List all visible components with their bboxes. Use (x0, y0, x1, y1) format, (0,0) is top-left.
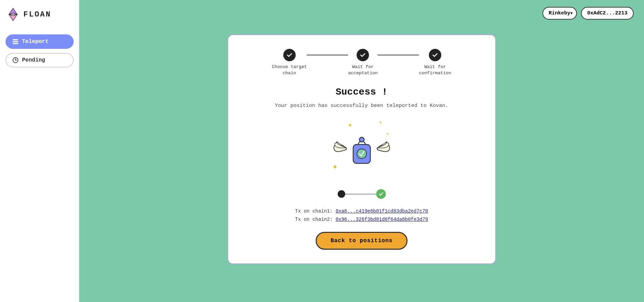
connector-2 (378, 55, 419, 55)
header-controls: Rinkeby Kovan Mainnet Ropsten 0xAdC2...2… (542, 7, 634, 20)
step-1: Choose targetchain (272, 49, 307, 76)
success-title: Success ! (336, 87, 388, 97)
step-2: Wait foracceptation (348, 49, 378, 76)
tx2-label: Tx on chain2: (295, 217, 336, 222)
sidebar: FLOAN Teleport Pending (0, 0, 79, 302)
step-2-label: Wait foracceptation (348, 64, 378, 76)
svg-rect-4 (13, 41, 18, 42)
nav-teleport[interactable]: Teleport (6, 34, 74, 49)
step-1-label: Choose targetchain (272, 64, 307, 76)
step-3-label: Wait forconfirmation (419, 64, 451, 76)
transfer-track (338, 189, 386, 199)
back-to-positions-button[interactable]: Back to positions (316, 232, 407, 250)
step-1-circle (283, 49, 296, 61)
network-selector-wrapper: Rinkeby Kovan Mainnet Ropsten (542, 7, 577, 20)
tx2-link[interactable]: 0x96...326f3bd81d6f64da8b0fe3d79 (336, 217, 428, 222)
svg-point-11 (357, 149, 367, 159)
track-check-icon (378, 191, 384, 197)
illustration-container: ✦ ✦ ✦ ✦ (327, 117, 396, 186)
network-select[interactable]: Rinkeby Kovan Mainnet Ropsten (542, 7, 577, 20)
track-end-dot (376, 189, 386, 199)
logo: FLOAN (6, 7, 74, 22)
tx1-label: Tx on chain1: (295, 208, 336, 214)
step-2-circle (357, 49, 369, 61)
svg-marker-1 (9, 14, 17, 21)
step-3-circle (429, 49, 441, 61)
svg-rect-3 (13, 39, 18, 40)
steps-container: Choose targetchain Wait foracceptation (245, 49, 478, 76)
check-icon-2 (360, 52, 366, 58)
success-illustration (327, 120, 396, 175)
tx1-row: Tx on chain1: 0xa6...c419e6b81f1cd83dba2… (295, 208, 428, 214)
connector-1 (307, 55, 348, 55)
pending-icon (12, 57, 19, 63)
check-icon-3 (432, 52, 438, 58)
wallet-address: 0xAdC2...2213 (581, 7, 634, 20)
teleport-icon (12, 39, 19, 45)
logo-icon (6, 7, 21, 22)
track-line (345, 194, 376, 195)
track-start-dot (338, 190, 345, 198)
step-3: Wait forconfirmation (419, 49, 451, 76)
svg-rect-5 (13, 43, 18, 44)
logo-text: FLOAN (23, 10, 51, 19)
nav-pending[interactable]: Pending (6, 53, 74, 67)
svg-marker-0 (9, 8, 17, 14)
tx2-row: Tx on chain2: 0x96...326f3bd81d6f64da8b0… (295, 217, 428, 222)
success-description: Your position has successfully been tele… (275, 103, 448, 109)
svg-point-10 (359, 137, 364, 142)
main-content: Rinkeby Kovan Mainnet Ropsten 0xAdC2...2… (79, 0, 644, 302)
check-icon-1 (286, 52, 293, 58)
tx1-link[interactable]: 0xa6...c419e6b81f1cd83dba2ed7c70 (336, 208, 428, 214)
main-card: Choose targetchain Wait foracceptation (228, 34, 496, 264)
